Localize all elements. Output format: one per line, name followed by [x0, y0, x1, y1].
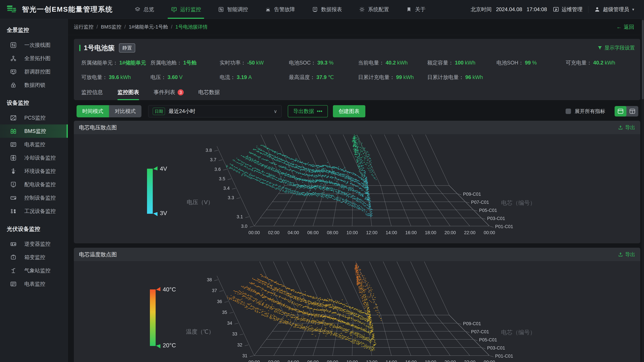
sidebar-item-label: 一次接线图	[24, 41, 50, 49]
sidebar-item-2-5[interactable]: 环境设备监控	[0, 164, 68, 178]
sidebar-item-3-3[interactable]: 气象站监控	[0, 264, 68, 277]
back-button[interactable]: ← 返回	[616, 23, 634, 30]
nav-item-label: 系统配置	[368, 6, 389, 13]
field-value: 96	[466, 74, 471, 80]
layout-single-button[interactable]	[614, 106, 626, 116]
sidebar-item-3-2[interactable]: 箱变监控	[0, 251, 68, 264]
pcs-icon	[10, 114, 17, 122]
app-logo-icon	[7, 4, 18, 14]
sidebar-item-label: 冷却设备监控	[24, 154, 56, 161]
sidebar-item-label: PCS监控	[24, 114, 46, 121]
config-icon	[358, 6, 365, 13]
sidebar-section-title: 设备监控	[0, 92, 68, 111]
sidebar-item-2-6[interactable]: 配电设备监控	[0, 178, 68, 191]
chart-export-button[interactable]: 导出	[618, 251, 635, 258]
chart-export-button[interactable]: 导出	[618, 124, 635, 131]
nav-item-6[interactable]: 系统配置	[353, 0, 395, 19]
expand-all-label: 展开所有指标	[575, 108, 605, 115]
export-label: 导出	[625, 251, 635, 258]
sidebar-item-3-4[interactable]: 电表监控	[0, 277, 68, 291]
breadcrumb-item-3[interactable]: 1#储能单元-1号舱	[129, 24, 168, 30]
sidebar-item-label: BMS监控	[24, 128, 46, 135]
expand-all-checkbox[interactable]	[566, 109, 571, 114]
chart-plot-area[interactable]	[74, 262, 640, 362]
sidebar-item-3-1[interactable]: 逆变器监控	[0, 237, 68, 251]
battery-info-card: 1号电池簇 静置 显示字段设置 所属储能单元：1#储能单元所属电池舱：1号舱实时…	[74, 39, 640, 100]
time-mode-button[interactable]: 时间模式	[76, 105, 109, 117]
field-value: -50	[247, 60, 255, 66]
chart-title: 电芯电压散点图	[79, 124, 117, 131]
sidebar-item-label: 环境设备监控	[24, 168, 56, 175]
field-value: 40.2	[593, 60, 604, 66]
nav-item-1[interactable]: 总览	[128, 0, 160, 19]
nav-item-3[interactable]: 智能调控	[212, 0, 254, 19]
sidebar-item-2-1[interactable]: PCS监控	[0, 111, 68, 124]
ops-management-link[interactable]: 运维管理	[553, 6, 582, 13]
tab-4[interactable]: 电芯数据	[198, 89, 220, 100]
sidebar-item-2-2[interactable]: BMS监控	[0, 124, 68, 138]
layers-icon	[134, 6, 141, 13]
create-chart-button[interactable]: 创建图表	[333, 105, 365, 117]
tab-3[interactable]: 事件列表3	[154, 89, 184, 100]
boxtrans-icon	[10, 253, 17, 261]
breadcrumb-item-4[interactable]: 1号电池簇详情	[176, 24, 208, 30]
chart-plot-area[interactable]	[74, 135, 640, 243]
nav-item-label: 运行监控	[180, 6, 201, 13]
status-badge: 静置	[119, 43, 135, 52]
sidebar-item-label: 气象站监控	[24, 267, 50, 274]
field-unit: V	[179, 74, 183, 80]
user-menu[interactable]: 超级管理员 ▾	[594, 6, 634, 13]
sidebar-item-label: 全景拓扑图	[24, 55, 50, 62]
top-nav: 总览运行监控智能调控告警故障数据报表系统配置关于	[128, 0, 431, 19]
field-label: 当前电量：	[358, 60, 384, 66]
chart-card-2: 电芯温度散点图导出	[74, 248, 640, 362]
sidebar-item-1-2[interactable]: 全景拓扑图	[0, 52, 68, 65]
time-text: 17:04:08	[526, 6, 547, 12]
tab-2[interactable]: 监控图表	[118, 89, 139, 100]
nav-item-4[interactable]: 告警故障	[259, 0, 301, 19]
sidebar-item-2-3[interactable]: 电表监控	[0, 138, 68, 151]
breadcrumb-item-2[interactable]: BMS监控	[101, 24, 121, 30]
chevron-down-icon: ▾	[632, 7, 634, 12]
breadcrumb-separator: /	[124, 24, 126, 30]
alarm-icon	[265, 6, 272, 13]
layout-split-button[interactable]	[626, 106, 638, 116]
3d-scatter-canvas[interactable]	[74, 135, 640, 243]
field-value: 37.9	[316, 74, 327, 80]
back-label: 返回	[624, 23, 634, 30]
sidebar-item-2-8[interactable]: 工况设备监控	[0, 204, 68, 218]
scrollbar-thumb[interactable]	[642, 20, 644, 99]
compare-mode-button[interactable]: 对比模式	[109, 105, 142, 117]
field-settings-button[interactable]: 显示字段设置	[597, 44, 635, 51]
nav-item-2[interactable]: 运行监控	[165, 0, 207, 19]
field-value: 99	[396, 74, 402, 80]
clock: 北京时间 2024.04.08 17:04:08	[470, 6, 547, 13]
3d-scatter-canvas[interactable]	[74, 262, 640, 362]
powerbox-icon	[10, 181, 17, 188]
field-unit: %	[329, 60, 334, 66]
app-title: 智光一创EMS能量管理系统	[22, 5, 113, 14]
sidebar-item-2-7[interactable]: 控制设备监控	[0, 191, 68, 204]
tab-1[interactable]: 监控信息	[81, 89, 103, 100]
sidebar-item-1-1[interactable]: 一次接线图	[0, 38, 68, 52]
export-data-button[interactable]: 导出数据 •••	[288, 105, 328, 117]
sidebar-item-1-4[interactable]: 数据闭锁	[0, 78, 68, 92]
sidebar: 全景监控一次接线图全景拓扑图群调群控图数据闭锁设备监控PCS监控BMS监控电表监…	[0, 19, 68, 362]
sidebar-item-2-4[interactable]: 冷却设备监控	[0, 151, 68, 164]
divider	[588, 6, 588, 13]
nav-item-7[interactable]: 关于	[400, 0, 431, 19]
about-icon	[406, 6, 412, 13]
scrollbar[interactable]	[642, 19, 644, 362]
field-unit: %	[532, 60, 537, 66]
date-range-value: 最近24小时	[169, 108, 195, 115]
date-text: 2024.04.08	[496, 6, 522, 12]
date-range-select[interactable]: 日期 最近24小时 ∨	[148, 105, 282, 117]
field-label: 实时功率：	[220, 60, 246, 66]
nav-item-label: 数据报表	[321, 6, 342, 13]
sidebar-item-label: 工况设备监控	[24, 208, 56, 215]
nav-item-5[interactable]: 数据报表	[306, 0, 348, 19]
sidebar-item-1-3[interactable]: 群调群控图	[0, 65, 68, 78]
nav-item-label: 智能调控	[227, 6, 248, 13]
field-unit: kWh	[465, 60, 475, 66]
breadcrumb-item-1[interactable]: 运行监控	[74, 24, 94, 30]
